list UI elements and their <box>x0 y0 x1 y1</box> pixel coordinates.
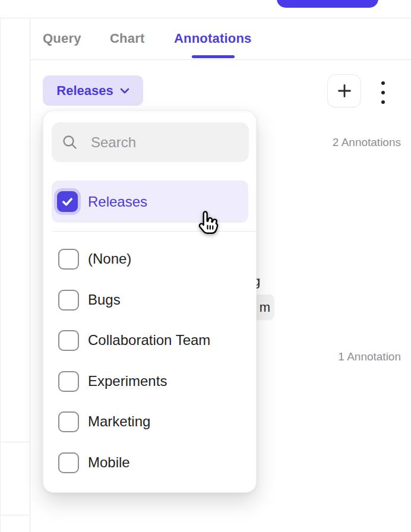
checkbox-unchecked[interactable] <box>58 411 79 432</box>
option-collaboration-team[interactable]: Collaboration Team <box>52 329 248 352</box>
dropdown-search[interactable] <box>52 122 249 162</box>
annotations-page: Query Chart Annotations Releases 2 Annot… <box>0 0 411 532</box>
releases-filter-button[interactable]: Releases <box>43 75 143 106</box>
checkbox-checked[interactable] <box>57 191 78 212</box>
sidebar-row-divider <box>0 442 30 442</box>
kebab-dot <box>381 100 385 104</box>
tabs-divider <box>30 59 411 60</box>
kebab-dot <box>381 81 385 85</box>
chevron-down-icon <box>120 88 129 94</box>
search-icon <box>62 134 78 150</box>
tab-annotations[interactable]: Annotations <box>174 31 252 46</box>
active-tab-indicator <box>192 55 235 58</box>
dropdown-divider <box>52 231 256 232</box>
add-annotation-button[interactable] <box>327 74 361 107</box>
kebab-dot <box>381 91 385 94</box>
option-label: Mobile <box>88 454 130 471</box>
plus-icon <box>335 81 354 100</box>
option-label: Collaboration Team <box>88 332 210 349</box>
option-label: (None) <box>88 251 131 267</box>
checkbox-unchecked[interactable] <box>58 290 79 311</box>
checkbox-unchecked[interactable] <box>58 452 79 473</box>
option-mobile[interactable]: Mobile <box>52 451 248 474</box>
option-label: Marketing <box>88 413 150 430</box>
releases-filter-label: Releases <box>56 83 113 99</box>
option-none[interactable]: (None) <box>52 248 248 270</box>
option-experiments[interactable]: Experiments <box>52 370 248 392</box>
option-bugs[interactable]: Bugs <box>52 289 248 311</box>
checkbox-unchecked[interactable] <box>58 371 79 392</box>
option-label: Experiments <box>88 373 167 390</box>
topbar-divider <box>0 18 411 18</box>
releases-filter-dropdown: Releases (None) Bugs Collaboration Team … <box>43 110 257 493</box>
option-label: Bugs <box>88 292 121 308</box>
option-label: Releases <box>88 194 147 210</box>
annotation-count-bottom: 1 Annotation <box>338 350 401 363</box>
option-releases-selected[interactable]: Releases <box>52 180 248 223</box>
checkbox-unchecked[interactable] <box>58 330 79 351</box>
tab-query[interactable]: Query <box>43 31 81 46</box>
sidebar-row-divider <box>0 515 30 515</box>
search-input[interactable] <box>90 134 235 151</box>
left-edge-border <box>0 18 1 532</box>
option-marketing[interactable]: Marketing <box>52 410 248 433</box>
checkmark-icon <box>61 195 74 208</box>
more-options-button[interactable] <box>378 81 388 104</box>
sidebar-divider <box>30 18 30 532</box>
annotation-count-top: 2 Annotations <box>333 136 401 149</box>
primary-action-button[interactable] <box>277 0 378 8</box>
tab-chart[interactable]: Chart <box>110 31 144 46</box>
checkbox-unchecked[interactable] <box>58 249 79 270</box>
